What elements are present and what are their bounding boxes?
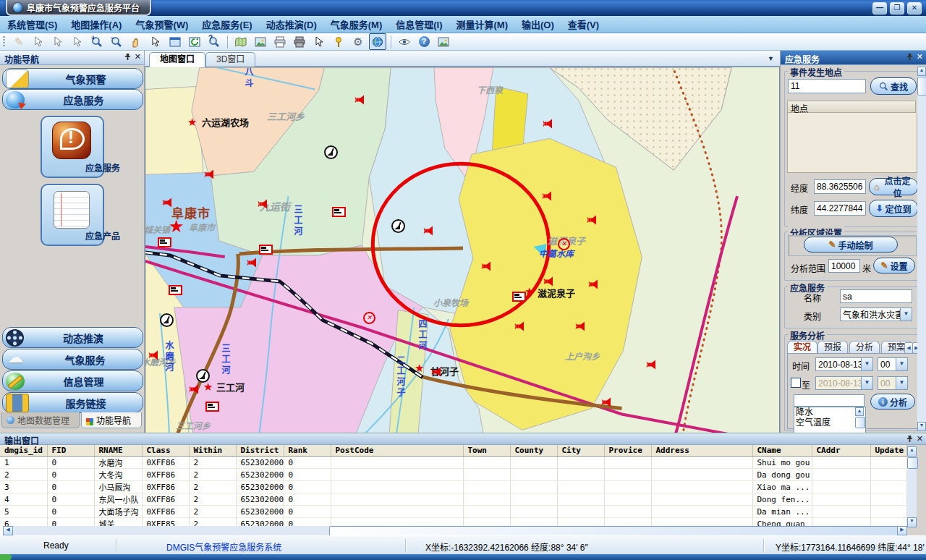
close-icon[interactable]: ✕ <box>917 53 923 61</box>
siren-icon[interactable] <box>514 321 526 331</box>
identify-icon[interactable]: ? <box>205 33 223 50</box>
close-icon[interactable]: ✕ <box>135 53 141 61</box>
menu-item[interactable]: 气象预警(W) <box>135 17 188 31</box>
table-row[interactable]: 40 东风一小队0XFF86 2652302000 0 Dong fen... <box>0 493 906 506</box>
overview-image-icon[interactable] <box>435 33 452 50</box>
to-hour-combo[interactable]: 00 ▼ <box>878 376 908 390</box>
menu-item[interactable]: 动态推演(D) <box>266 17 317 31</box>
menu-item[interactable]: 系统管理(S) <box>7 17 57 31</box>
place-list[interactable] <box>787 113 917 173</box>
warning-flag-icon[interactable] <box>169 285 182 295</box>
menu-item[interactable]: 应急服务(E) <box>202 17 252 31</box>
to-date-combo[interactable]: 2010-08-13 ▼ <box>815 376 873 390</box>
table-row[interactable]: 10 水磨沟0XFF86 2652302000 0 Shui mo gou <box>0 457 906 469</box>
dropdown-icon[interactable]: ▼ <box>861 377 872 389</box>
panel-scroll-thumb[interactable] <box>917 77 926 96</box>
select-rectangle-icon[interactable] <box>30 33 47 50</box>
minimize-button[interactable]: — <box>872 2 887 14</box>
column-header[interactable]: Town <box>463 445 510 457</box>
column-header[interactable]: Class <box>142 445 189 457</box>
panel-scroll-track[interactable] <box>917 76 926 422</box>
restore-button[interactable]: ❐ <box>890 2 904 14</box>
manual-draw-button[interactable]: ✎ 手动绘制 <box>804 237 898 253</box>
column-header[interactable]: Rank <box>284 445 331 457</box>
table-scroll-left-icon[interactable]: ◀ <box>3 526 13 535</box>
toolbar-grip[interactable] <box>3 36 5 48</box>
to-checkbox[interactable] <box>791 378 801 388</box>
time-hour-combo[interactable]: 00 ▼ <box>878 357 908 371</box>
column-header[interactable]: PostCode <box>331 445 463 457</box>
feature-select-icon[interactable] <box>310 33 328 50</box>
column-header[interactable]: CName <box>752 445 812 457</box>
column-header[interactable]: Update <box>870 445 906 457</box>
column-header[interactable]: FID <box>47 445 94 457</box>
column-header[interactable]: City <box>557 445 604 457</box>
nav-group-emergency-service[interactable]: 应急服务 <box>2 89 143 110</box>
table-scroll-right-icon[interactable]: ▶ <box>897 526 907 535</box>
column-header[interactable]: Provice <box>604 445 651 457</box>
column-header[interactable]: Address <box>651 445 752 457</box>
column-header[interactable]: County <box>510 445 557 457</box>
city-star-icon[interactable]: ★ <box>415 362 424 373</box>
table-scroll-thumb[interactable] <box>907 457 918 469</box>
close-icon[interactable]: ✕ <box>917 435 923 443</box>
column-header[interactable]: Within <box>189 445 236 457</box>
siren-icon[interactable] <box>247 258 258 268</box>
column-header[interactable]: District <box>236 445 284 457</box>
siren-icon[interactable] <box>601 397 613 407</box>
warning-flag-icon[interactable] <box>158 237 171 247</box>
zoom-in-icon[interactable]: + <box>88 33 106 50</box>
nav-group-dynamic-deduction[interactable]: 动态推演 <box>2 327 143 348</box>
tab-3d-window[interactable]: 3D窗口 <box>205 52 255 67</box>
warning-flag-icon[interactable] <box>512 292 526 302</box>
emergency-product-tile[interactable]: 应急产品 <box>41 184 104 246</box>
event-point-icon[interactable]: ✕ <box>363 312 375 324</box>
dropdown-icon[interactable]: ▼ <box>896 358 907 370</box>
locate-click-button[interactable]: ⌂ 点击定位 <box>869 178 918 195</box>
map-layers-icon[interactable] <box>232 33 250 50</box>
siren-icon[interactable] <box>431 367 443 377</box>
siren-icon[interactable] <box>543 276 555 287</box>
pin-icon[interactable] <box>124 53 131 61</box>
find-button[interactable]: 查找 <box>870 77 917 95</box>
tab-forecast[interactable]: 预报 <box>817 341 848 354</box>
event-point-icon[interactable]: ✕ <box>558 238 570 250</box>
mine-icon[interactable] <box>324 145 338 159</box>
print-setup-icon[interactable] <box>291 33 308 50</box>
tab-list-dropdown-icon[interactable]: ▼ <box>768 55 774 62</box>
city-star-icon[interactable]: ★ <box>524 286 534 297</box>
table-row[interactable]: 20 大冬沟0XFF86 2652302000 0 Da dong gou <box>0 469 906 481</box>
dropdown-icon[interactable]: ▼ <box>900 308 912 321</box>
dropdown-icon[interactable]: ▼ <box>861 358 872 370</box>
table-scroll-up-icon[interactable]: ▲ <box>907 446 917 457</box>
menu-item[interactable]: 测量计算(M) <box>456 17 509 31</box>
siren-icon[interactable] <box>646 360 658 370</box>
table-scroll-down-icon[interactable]: ▼ <box>907 517 917 527</box>
menu-item[interactable]: 查看(V) <box>568 17 599 31</box>
tab-map-window[interactable]: 地图窗口 <box>149 52 205 67</box>
analyze-button[interactable]: i 分析 <box>870 394 915 410</box>
tab-analysis[interactable]: 分析 <box>849 341 880 354</box>
siren-icon[interactable] <box>575 321 587 331</box>
set-button[interactable]: ✎ 设置 <box>873 258 915 273</box>
siren-icon[interactable] <box>423 226 435 236</box>
tab-function-navigation[interactable]: 功能导航 <box>81 412 142 428</box>
place-column-header[interactable]: 地点 <box>787 101 916 113</box>
visibility-eye-icon[interactable] <box>396 33 413 50</box>
city-star-icon[interactable]: ★ <box>187 116 197 127</box>
refresh-icon[interactable] <box>186 33 203 50</box>
analysis-range-input[interactable] <box>828 259 860 273</box>
full-extent-icon[interactable] <box>166 33 184 50</box>
tab-realtime[interactable]: 实况 <box>787 341 817 354</box>
warning-flag-icon[interactable] <box>205 402 219 412</box>
pin-icon[interactable] <box>906 53 913 61</box>
siren-icon[interactable] <box>587 215 598 225</box>
menu-item[interactable]: 输出(O) <box>522 17 554 31</box>
list-scroll-thumb[interactable] <box>855 417 865 428</box>
emergency-service-tile[interactable]: 应急服务 <box>41 116 104 178</box>
siren-icon[interactable] <box>354 95 366 105</box>
nav-group-weather-warning[interactable]: 气象预警 <box>2 68 143 89</box>
pin-icon[interactable] <box>906 435 913 443</box>
service-name-input[interactable] <box>840 289 912 303</box>
mine-icon[interactable] <box>160 313 174 327</box>
